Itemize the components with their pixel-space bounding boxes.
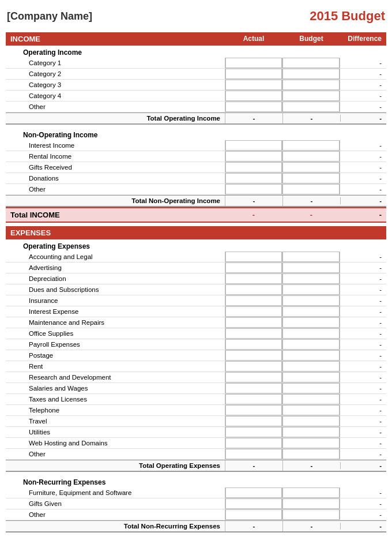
other-oe-budget[interactable] — [282, 449, 340, 459]
salaries-budget[interactable] — [282, 383, 340, 393]
table-row: Rent - — [6, 361, 386, 372]
row-label: Travel — [6, 417, 225, 426]
total-operating-expenses-row: Total Operating Expenses - - - — [6, 460, 386, 472]
dues-actual[interactable] — [225, 284, 282, 295]
web-hosting-actual[interactable] — [225, 438, 282, 448]
other-nre-budget[interactable] — [282, 509, 340, 520]
donations-budget[interactable] — [282, 173, 340, 183]
row-label: Maintenance and Repairs — [6, 318, 225, 327]
row-label: Dues and Subscriptions — [6, 285, 225, 294]
rent-actual[interactable] — [225, 361, 282, 372]
advertising-actual[interactable] — [225, 262, 282, 273]
maintenance-actual[interactable] — [225, 317, 282, 328]
col-header-budget: Budget — [282, 32, 340, 46]
category4-diff: - — [340, 92, 386, 99]
category1-actual-input[interactable] — [225, 58, 282, 68]
furniture-diff: - — [340, 489, 386, 496]
table-row: Category 3 - — [6, 80, 386, 91]
category1-budget-input[interactable] — [282, 58, 340, 68]
dues-budget[interactable] — [282, 284, 340, 295]
office-supplies-actual[interactable] — [225, 328, 282, 339]
payroll-actual[interactable] — [225, 339, 282, 350]
other-noi-budget[interactable] — [282, 184, 340, 194]
gifts-received-actual[interactable] — [225, 162, 282, 172]
operating-income-title: Operating Income — [6, 46, 386, 58]
rd-budget[interactable] — [282, 372, 340, 382]
depreciation-actual[interactable] — [225, 273, 282, 284]
furniture-budget[interactable] — [282, 487, 340, 498]
acct-legal-actual[interactable] — [225, 252, 282, 262]
rental-income-diff: - — [340, 153, 386, 160]
insurance-actual[interactable] — [225, 295, 282, 306]
interest-exp-budget[interactable] — [282, 306, 340, 317]
interest-income-actual[interactable] — [225, 140, 282, 151]
non-operating-income-title: Non-Operating Income — [6, 128, 386, 140]
category4-budget-input[interactable] — [282, 91, 340, 101]
category2-budget-input[interactable] — [282, 69, 340, 79]
utilities-actual[interactable] — [225, 427, 282, 437]
income-section: INCOME Actual Budget Difference Operatin… — [6, 32, 386, 223]
row-label: Other — [6, 102, 225, 111]
maintenance-budget[interactable] — [282, 317, 340, 328]
total-noi-label: Total Non-Operating Income — [6, 196, 225, 206]
payroll-budget[interactable] — [282, 339, 340, 350]
budget-title: 2015 Budget — [310, 9, 385, 24]
category2-actual-input[interactable] — [225, 69, 282, 79]
interest-income-diff: - — [340, 142, 386, 149]
rd-actual[interactable] — [225, 372, 282, 382]
utilities-budget[interactable] — [282, 427, 340, 437]
postage-budget[interactable] — [282, 350, 340, 361]
row-label: Category 2 — [6, 69, 225, 78]
interest-exp-actual[interactable] — [225, 306, 282, 317]
row-label: Interest Expense — [6, 307, 225, 316]
other-noi-actual[interactable] — [225, 184, 282, 194]
interest-income-budget[interactable] — [282, 140, 340, 151]
category3-budget-input[interactable] — [282, 80, 340, 90]
gifts-given-budget[interactable] — [282, 498, 340, 509]
travel-budget[interactable] — [282, 416, 340, 426]
table-row: Interest Income - — [6, 140, 386, 151]
maintenance-diff: - — [340, 319, 386, 326]
row-label: Interest Income — [6, 141, 225, 150]
gifts-received-budget[interactable] — [282, 162, 340, 172]
category2-diff: - — [340, 70, 386, 77]
depreciation-budget[interactable] — [282, 273, 340, 284]
other-oi-budget-input[interactable] — [282, 102, 340, 112]
category4-actual-input[interactable] — [225, 91, 282, 101]
rd-diff: - — [340, 374, 386, 381]
gifts-given-actual[interactable] — [225, 498, 282, 509]
rental-income-actual[interactable] — [225, 151, 282, 162]
rental-income-budget[interactable] — [282, 151, 340, 162]
table-row: Category 4 - — [6, 91, 386, 102]
salaries-actual[interactable] — [225, 383, 282, 393]
travel-actual[interactable] — [225, 416, 282, 426]
total-non-recurring-expenses-row: Total Non-Recurring Expenses - - - — [6, 520, 386, 532]
category3-actual-input[interactable] — [225, 80, 282, 90]
web-hosting-budget[interactable] — [282, 438, 340, 448]
rent-budget[interactable] — [282, 361, 340, 372]
telephone-actual[interactable] — [225, 405, 282, 415]
grand-total-income-label: Total INCOME — [6, 208, 225, 222]
insurance-budget[interactable] — [282, 295, 340, 306]
company-name: [Company Name] — [7, 10, 92, 22]
total-oe-budget: - — [282, 460, 340, 471]
taxes-actual[interactable] — [225, 394, 282, 404]
exp-col-budget — [282, 226, 340, 239]
other-nre-actual[interactable] — [225, 509, 282, 520]
acct-legal-budget[interactable] — [282, 252, 340, 262]
other-oe-actual[interactable] — [225, 449, 282, 459]
interest-exp-diff: - — [340, 308, 386, 315]
row-label: Telephone — [6, 406, 225, 415]
telephone-budget[interactable] — [282, 405, 340, 415]
donations-actual[interactable] — [225, 173, 282, 183]
other-oi-actual-input[interactable] — [225, 102, 282, 112]
office-supplies-budget[interactable] — [282, 328, 340, 339]
postage-actual[interactable] — [225, 350, 282, 361]
expenses-section-title: EXPENSES — [6, 226, 225, 239]
col-header-actual: Actual — [225, 32, 282, 46]
advertising-budget[interactable] — [282, 262, 340, 273]
category1-diff: - — [340, 59, 386, 66]
furniture-actual[interactable] — [225, 487, 282, 498]
taxes-budget[interactable] — [282, 394, 340, 404]
payroll-diff: - — [340, 341, 386, 348]
